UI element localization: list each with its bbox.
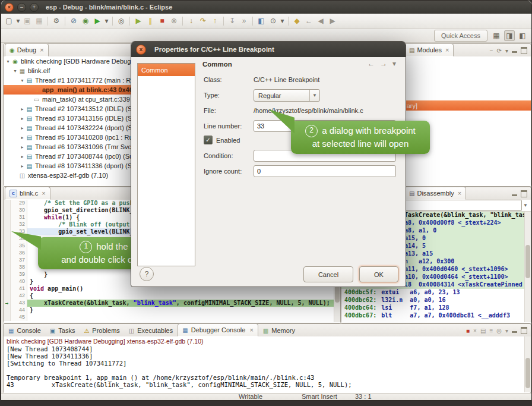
close-icon[interactable]: × [249,326,253,333]
expander-icon[interactable]: ▸ [19,125,26,131]
back-icon[interactable]: ← [368,59,375,68]
editor-line[interactable]: →43 xTaskCreate(&blink_task, "blink_task… [4,300,340,307]
ok-button[interactable]: OK [359,266,398,282]
scroll-lock-icon[interactable]: ≡ [489,328,493,334]
last-edit-icon[interactable]: ← [303,15,314,26]
expander-icon[interactable]: ▸ [19,116,26,121]
window-close-icon[interactable]: × [5,3,14,12]
disassembly-row[interactable]: 400dbc5f:extui a6, a0, 23, 13 [341,289,531,297]
dialog-close-icon[interactable]: × [136,45,146,55]
disassembly-row[interactable]: 400dbc67:blt a7, a7, 0x400dbc81 <__adddf… [341,312,531,320]
line-number[interactable]: 30 [11,207,27,214]
view-menu-icon[interactable]: ▾ [392,59,396,68]
refresh-icon[interactable]: ⟳ [497,48,502,54]
expander-icon[interactable]: ▸ [19,163,26,169]
smart-insert-status[interactable]: Smart Insert [302,393,337,400]
terminate-icon[interactable]: ■ [157,15,167,26]
debug-tree-row[interactable]: ▸▤Thread #5 1073410208 (ipc1 : Runni [4,133,131,142]
line-number[interactable]: 29 [11,200,27,207]
minimize-icon[interactable] [512,331,517,333]
tab-disassembly[interactable]: ▤ Disassembly × [404,187,466,200]
save-all-icon[interactable]: ▦ [34,15,45,26]
editor-line[interactable]: 45 [4,314,340,321]
line-number[interactable]: 43 [11,300,27,307]
debug-tree-row[interactable]: ▸▤Thread #6 1073431096 (Tmr Svc) (S [4,142,131,152]
tab-tasks[interactable]: ▣Tasks [46,325,80,336]
line-number[interactable]: 32 [11,221,27,228]
console-scrollbar[interactable] [524,336,531,392]
debug-tree-row[interactable]: ▸▤Thread #3 1073413156 (IDLE) (Susp [4,114,131,123]
disconnect-icon[interactable]: ⊗ [169,15,179,26]
line-number[interactable]: 35 [11,243,27,250]
tab-blink-c[interactable]: c blink.c × [5,187,50,200]
suspend-icon[interactable]: ∥ [145,15,156,26]
terminate-icon[interactable]: ■ [466,328,470,334]
new-wizard-icon[interactable]: ▢ [4,15,14,26]
resume-icon[interactable]: ▶ [133,15,144,26]
line-number[interactable]: 42 [11,292,27,300]
nav-item-common[interactable]: Common [138,64,195,76]
close-icon[interactable]: × [42,190,45,197]
bookmark-icon[interactable]: ◆ [292,15,302,26]
minimize-icon[interactable] [512,51,517,53]
enabled-checkbox[interactable]: ✓ [204,136,213,144]
tab-problems[interactable]: ⚠Problems [80,325,124,336]
cancel-button[interactable]: Cancel [303,266,353,282]
step-return-icon[interactable]: ↑ [210,15,220,26]
window-titlebar[interactable]: × – + esp - Debug - blink/main/blink.c -… [1,1,531,14]
expander-icon[interactable]: ▾ [19,78,26,83]
tab-console[interactable]: ▦Console [4,325,45,336]
display-selected-icon[interactable]: ▾ [505,328,508,334]
line-number[interactable]: 44 [11,307,27,314]
instruction-stepping-icon[interactable]: » [239,15,249,26]
expander-icon[interactable]: ▸ [19,135,26,140]
new-menu-icon[interactable]: ▾ [15,15,21,26]
view-menu-icon[interactable]: ▾ [505,48,508,54]
dialog-titlebar[interactable]: × Properties for C/C++ Line Breakpoint [131,42,406,57]
line-number[interactable]: 31 [11,214,27,221]
run-menu-icon[interactable]: ▾ [104,15,109,26]
back-icon[interactable]: ◀ [315,15,326,26]
profile-icon[interactable]: ◎ [116,15,126,26]
forward-icon[interactable]: ▶ [327,15,338,26]
line-number[interactable]: 39 [11,271,27,278]
expander-icon[interactable]: ▸ [19,144,26,150]
debug-tree-row[interactable]: ▸▤Thread #7 1073408744 (ipc0) (Susp [4,152,131,161]
debug-tree-row[interactable]: ▾▤Thread #1 1073411772 (main : Runn [4,75,131,85]
remove-launch-icon[interactable]: × [473,328,477,334]
open-perspective-icon[interactable]: ▦ [491,30,502,41]
line-number[interactable]: 36 [11,250,27,257]
maximize-icon[interactable] [521,327,527,334]
cpp-perspective-icon[interactable]: ◧ [517,30,528,41]
step-over-icon[interactable]: ↷ [198,15,208,26]
save-icon[interactable]: ▣ [22,15,33,26]
disassembly-scrollbar[interactable] [524,212,531,322]
maximize-icon[interactable] [521,190,527,197]
line-number[interactable]: 38 [11,264,27,271]
debug-tree-row[interactable]: ▾▦blink.elf [4,66,131,75]
debug-tree-row[interactable]: ▸▤Thread #2 1073413512 (IDLE) (Susp [4,104,131,114]
expander-icon[interactable]: ▾ [12,68,18,74]
disassembly-row[interactable]: 400dbc62:l32i.n a0, a0, 16 [341,297,531,304]
debug-tree-row[interactable]: →app_main() at blink.c:43 0x400dbc [4,85,131,95]
line-number[interactable]: 40 [11,278,27,285]
forward-icon[interactable]: → [380,59,387,68]
tab-memory[interactable]: ▥Memory [259,325,299,336]
quick-access-button[interactable]: Quick Access [434,30,487,42]
tab-executables[interactable]: ◫Executables [125,325,177,336]
close-icon[interactable]: × [458,190,461,197]
maximize-icon[interactable] [521,47,527,54]
line-number[interactable]: 45 [11,314,27,321]
debug-tree-row[interactable]: ▸▤Thread #4 1073432224 (dport) (Sus [4,123,131,133]
step-into-icon[interactable]: ↓ [186,15,197,26]
skip-breakpoints-icon[interactable]: ⊘ [68,15,79,26]
chevron-down-icon[interactable]: ▼ [523,203,531,208]
tasks-menu-icon[interactable]: ▾ [280,15,285,26]
help-button[interactable]: ? [140,267,154,281]
disassembly-row[interactable]: 400dbc64:lsi f7, a1, 128 [341,304,531,312]
close-icon[interactable]: × [445,46,449,53]
expander-icon[interactable]: ▸ [19,154,26,159]
build-icon[interactable]: ⚙ [51,15,62,26]
tab-debugger-console[interactable]: ▦Debugger Console× [178,323,258,336]
close-icon[interactable]: × [40,46,43,53]
